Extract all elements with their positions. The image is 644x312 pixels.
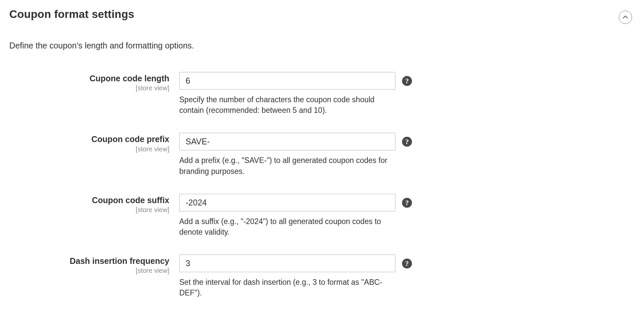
section-title: Coupon format settings bbox=[9, 8, 134, 21]
prefix-input[interactable] bbox=[179, 133, 395, 150]
label-col: Cupone code length [store view] bbox=[9, 72, 179, 92]
input-col: Add a prefix (e.g., "SAVE-") to all gene… bbox=[179, 133, 395, 176]
label-col: Coupon code prefix [store view] bbox=[9, 133, 179, 153]
field-label-suffix: Coupon code suffix bbox=[9, 195, 169, 205]
field-scope-code-length: [store view] bbox=[9, 84, 169, 92]
help-icon[interactable]: ? bbox=[402, 259, 412, 269]
input-col: Add a suffix (e.g., "-2024") to all gene… bbox=[179, 194, 395, 237]
field-scope-dash: [store view] bbox=[9, 267, 169, 274]
chevron-up-icon bbox=[623, 16, 628, 19]
field-comment-code-length: Specify the number of characters the cou… bbox=[179, 94, 392, 116]
help-icon[interactable]: ? bbox=[402, 198, 412, 208]
dash-input[interactable] bbox=[179, 255, 395, 272]
field-label-prefix: Coupon code prefix bbox=[9, 134, 169, 144]
field-scope-prefix: [store view] bbox=[9, 145, 169, 153]
collapse-toggle-button[interactable] bbox=[619, 11, 632, 24]
field-label-code-length: Cupone code length bbox=[9, 73, 169, 84]
label-col: Dash insertion frequency [store view] bbox=[9, 255, 179, 274]
help-icon[interactable]: ? bbox=[402, 76, 412, 86]
label-col: Coupon code suffix [store view] bbox=[9, 194, 179, 214]
suffix-input[interactable] bbox=[179, 194, 395, 211]
input-col: Specify the number of characters the cou… bbox=[179, 72, 395, 116]
field-row-dash: Dash insertion frequency [store view] Se… bbox=[9, 255, 635, 298]
field-scope-suffix: [store view] bbox=[9, 206, 169, 214]
code-length-input[interactable] bbox=[179, 72, 395, 90]
field-comment-suffix: Add a suffix (e.g., "-2024") to all gene… bbox=[179, 216, 392, 237]
field-row-prefix: Coupon code prefix [store view] Add a pr… bbox=[9, 133, 635, 176]
field-row-code-length: Cupone code length [store view] Specify … bbox=[9, 72, 635, 116]
help-col: ? bbox=[395, 72, 412, 86]
section-description: Define the coupon's length and formattin… bbox=[9, 40, 635, 51]
field-comment-dash: Set the interval for dash insertion (e.g… bbox=[179, 277, 392, 298]
help-col: ? bbox=[395, 133, 412, 147]
help-icon[interactable]: ? bbox=[402, 137, 412, 147]
coupon-format-settings-section: Coupon format settings Define the coupon… bbox=[0, 0, 644, 312]
help-col: ? bbox=[395, 194, 412, 208]
field-row-suffix: Coupon code suffix [store view] Add a su… bbox=[9, 194, 635, 237]
input-col: Set the interval for dash insertion (e.g… bbox=[179, 255, 395, 298]
field-label-dash: Dash insertion frequency bbox=[9, 256, 169, 266]
field-comment-prefix: Add a prefix (e.g., "SAVE-") to all gene… bbox=[179, 155, 392, 176]
section-header: Coupon format settings bbox=[9, 8, 635, 40]
help-col: ? bbox=[395, 255, 412, 269]
fields-container: Cupone code length [store view] Specify … bbox=[9, 72, 635, 298]
